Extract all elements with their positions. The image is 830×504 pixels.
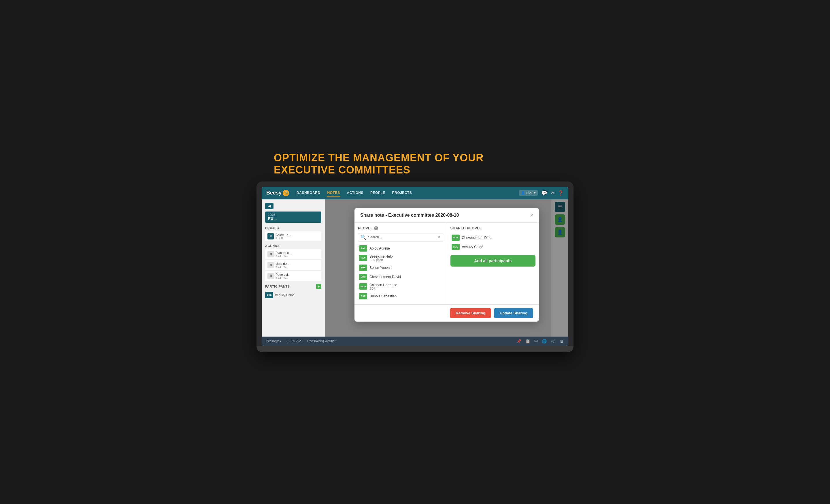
footer-right: 📌 📋 ✉ 🌐 🛒 🖥 <box>516 339 564 344</box>
modal-close-button[interactable]: × <box>530 213 533 218</box>
footer-training[interactable]: Free Training Webinar <box>307 340 336 343</box>
project-item[interactable]: ⊞ Chloé Fo... 0 - HR <box>265 231 321 241</box>
nav-links: DASHBOARD NOTES ACTIONS PEOPLE PROJECTS <box>296 190 519 196</box>
remove-sharing-button[interactable]: Remove Sharing <box>450 308 491 318</box>
laptop-frame: Beesy 🐝 DASHBOARD NOTES ACTIONS PEOPLE P… <box>256 182 574 352</box>
agenda-icon-2: ⊞ <box>267 262 274 268</box>
modal-shared-column: SHARED PEOPLE DCH Chevenement Dina CVE <box>447 223 539 304</box>
people-column-header: PEOPLE ? <box>358 226 443 230</box>
search-clear-icon[interactable]: ✕ <box>437 235 441 240</box>
app-container: Beesy 🐝 DASHBOARD NOTES ACTIONS PEOPLE P… <box>262 187 568 346</box>
footer-clipboard-icon[interactable]: 📋 <box>525 339 530 344</box>
content-area: ◀ 10/08 EX... PROJECT ⊞ Chloé Fo... 0 - … <box>262 199 568 337</box>
agenda-icon-3: ⊞ <box>267 273 274 279</box>
user-icon: 👤 <box>521 191 525 195</box>
chat-icon[interactable]: 💬 <box>542 190 547 196</box>
agenda-section-label: AGENDA <box>265 244 321 248</box>
person-item-ybe[interactable]: YBE Bellon Youenn <box>358 263 443 272</box>
nav-projects[interactable]: PROJECTS <box>392 190 413 196</box>
modal-people-column: PEOPLE ? 🔍 ✕ <box>354 223 447 304</box>
footer-left: BeesApps● 6.1.5 © 2020 Free Training Web… <box>266 340 336 343</box>
mail-icon[interactable]: ✉ <box>551 190 554 196</box>
shared-column-header: SHARED PEOPLE <box>450 226 536 230</box>
people-search-input[interactable] <box>368 235 436 239</box>
agenda-item-3[interactable]: ⊞ Page sol... # 2.1 - W... <box>265 271 321 281</box>
agenda-item-2[interactable]: ⊞ Liste de... # 2.1 - W... <box>265 260 321 270</box>
footer-globe-icon[interactable]: 🌐 <box>542 339 547 344</box>
person-avatar-hco: HCO <box>359 283 367 290</box>
people-help-icon[interactable]: ? <box>374 226 378 230</box>
update-sharing-button[interactable]: Update Sharing <box>494 308 533 318</box>
bee-icon: 🐝 <box>283 190 289 196</box>
sidebar: ◀ 10/08 EX... PROJECT ⊞ Chloé Fo... 0 - … <box>262 199 325 337</box>
modal-header: Share note - Executive committee 2020-08… <box>354 208 539 223</box>
share-modal: Share note - Executive committee 2020-08… <box>354 208 539 322</box>
main-content: ☰ 👤 👤 Share note - Executive committee 2… <box>325 199 568 337</box>
person-item-hco[interactable]: HCO Coisnon Hortense BDR <box>358 282 443 292</box>
footer-screen-icon[interactable]: 🖥 <box>560 339 564 344</box>
participants-header: PARTICIPANTS + <box>265 284 321 289</box>
modal-footer: Remove Sharing Update Sharing <box>354 304 539 322</box>
footer-pin-icon[interactable]: 📌 <box>516 339 521 344</box>
nav-user[interactable]: 👤 CVE ▾ <box>519 190 538 196</box>
chevron-down-icon: ▾ <box>534 191 536 195</box>
nav-notes[interactable]: NOTES <box>327 190 341 196</box>
shared-person-cve[interactable]: CVE Veauvy Chloé <box>450 242 536 252</box>
person-avatar-ybe: YBE <box>359 264 367 271</box>
nav-actions[interactable]: ACTIONS <box>346 190 364 196</box>
participant-avatar: CVE <box>265 292 273 298</box>
app-logo: Beesy 🐝 <box>266 190 289 196</box>
add-participant-button[interactable]: + <box>316 284 321 289</box>
shared-avatar-dch: DCH <box>452 234 460 241</box>
nav-dashboard[interactable]: DASHBOARD <box>296 190 321 196</box>
headline: OPTIMIZE THE MANAGEMENT OF YOUR EXECUTIV… <box>274 152 574 176</box>
person-item-ddc[interactable]: DDC Chevenement David <box>358 272 443 282</box>
search-icon: 🔍 <box>360 234 366 240</box>
footer-cart-icon[interactable]: 🛒 <box>551 339 556 344</box>
person-item-dse[interactable]: DSE Dubois Sébastien <box>358 292 443 301</box>
participants-label: PARTICIPANTS <box>265 285 290 288</box>
person-item-aap[interactable]: AAP Apiou Aurélie <box>358 244 443 253</box>
navbar: Beesy 🐝 DASHBOARD NOTES ACTIONS PEOPLE P… <box>262 187 568 199</box>
project-icon: ⊞ <box>267 233 274 240</box>
footer-version: 6.1.5 © 2020 <box>286 340 302 343</box>
person-avatar-hlp: HLP <box>359 255 367 261</box>
nav-people[interactable]: PEOPLE <box>370 190 386 196</box>
participant-item: CVE Veauvy Chloé <box>265 291 321 300</box>
app-footer: BeesApps● 6.1.5 © 2020 Free Training Web… <box>262 337 568 346</box>
person-avatar-dse: DSE <box>359 293 367 300</box>
modal-overlay: Share note - Executive committee 2020-08… <box>325 199 568 337</box>
agenda-icon-1: ⊞ <box>267 251 274 257</box>
agenda-item-1[interactable]: ⊞ Plan de c... # 2.1 - W... <box>265 249 321 259</box>
footer-mail-icon[interactable]: ✉ <box>534 339 538 344</box>
help-icon[interactable]: ❓ <box>558 190 564 196</box>
page-title: EX... <box>268 216 318 221</box>
people-list: AAP Apiou Aurélie HLP <box>358 244 443 301</box>
add-all-participants-button[interactable]: Add all participants <box>450 255 536 266</box>
shared-person-dch[interactable]: DCH Chevenement Dina <box>450 233 536 242</box>
back-button[interactable]: ◀ <box>265 203 274 209</box>
footer-logo: BeesApps● <box>266 340 281 343</box>
page-date: 10/08 <box>268 213 318 216</box>
laptop-screen: Beesy 🐝 DASHBOARD NOTES ACTIONS PEOPLE P… <box>262 187 568 346</box>
nav-right: 👤 CVE ▾ 💬 ✉ ❓ <box>519 190 564 196</box>
modal-body: PEOPLE ? 🔍 ✕ <box>354 223 539 304</box>
shared-avatar-cve: CVE <box>452 244 460 250</box>
laptop-base <box>256 346 574 352</box>
person-item-hlp[interactable]: HLP Beesy.me Help IT Support <box>358 253 443 263</box>
person-avatar-aap: AAP <box>359 245 367 252</box>
people-search-box: 🔍 ✕ <box>358 233 443 242</box>
modal-title: Share note - Executive committee 2020-08… <box>360 213 459 218</box>
project-section-label: PROJECT <box>265 226 321 230</box>
page-title-area: 10/08 EX... <box>265 212 321 223</box>
person-avatar-ddc: DDC <box>359 274 367 280</box>
